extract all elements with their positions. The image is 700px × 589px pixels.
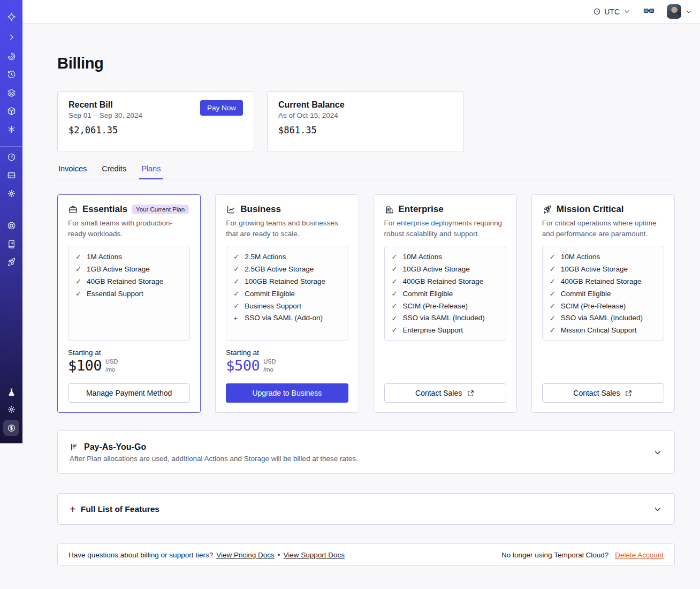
feature-item: ✓1GB Active Storage — [75, 266, 186, 274]
page-title: Billing — [57, 55, 675, 72]
feature-item: ✓Enterprise Support — [392, 327, 503, 335]
chevron-down-icon — [685, 8, 693, 16]
check-icon: ✓ — [392, 315, 398, 322]
accordion-title: Full List of Features — [81, 504, 159, 514]
feature-text: 10M Actions — [403, 253, 443, 261]
labs-icon[interactable] — [6, 387, 17, 397]
summary-row: Recent Bill Sep 01 – Sep 30, 2024 Pay No… — [57, 91, 675, 152]
payg-chart-icon — [70, 442, 79, 452]
contact-sales-button[interactable]: Contact Sales — [542, 383, 664, 403]
feature-item: ✓SSO via SAML (Included) — [550, 314, 660, 322]
recent-bill-card: Recent Bill Sep 01 – Sep 30, 2024 Pay No… — [57, 91, 254, 152]
feature-text: Business Support — [245, 303, 301, 311]
sidebar — [0, 0, 22, 443]
feature-text: Commit Eligible — [403, 290, 453, 298]
contact-sales-label: Contact Sales — [573, 389, 620, 397]
clock-icon — [593, 7, 601, 16]
support-icon[interactable] — [6, 220, 17, 231]
feature-item: ✓SSO via SAML (Included) — [392, 314, 503, 322]
feature-text: 1M Actions — [87, 253, 122, 261]
check-icon: ✓ — [550, 278, 556, 285]
settings-icon[interactable] — [6, 188, 17, 199]
feature-text: 10GB Active Storage — [403, 266, 470, 274]
usage-icon[interactable] — [6, 152, 17, 162]
plan-card-essentials: Essentials Your Current Plan For small t… — [57, 194, 201, 413]
workers-icon[interactable] — [6, 105, 17, 116]
check-icon: ✓ — [392, 253, 398, 261]
feature-item: ✓Commit Eligible — [392, 290, 503, 298]
feature-item: ✓400GB Retained Storage — [550, 278, 660, 286]
timezone-selector[interactable]: UTC — [593, 7, 631, 16]
chevron-down-icon[interactable] — [653, 504, 663, 514]
tab-credits[interactable]: Credits — [101, 164, 127, 179]
check-icon: ✓ — [550, 327, 556, 334]
docs-icon[interactable] — [6, 238, 17, 249]
feature-item: ✓1M Actions — [75, 253, 186, 261]
theme-icon[interactable] — [6, 404, 17, 414]
feature-text: Commit Eligible — [561, 290, 611, 298]
temporal-logo-icon[interactable] — [6, 11, 17, 22]
chevron-right-icon[interactable] — [6, 32, 17, 42]
deployments-icon[interactable] — [6, 87, 17, 98]
check-icon: ✓ — [550, 253, 556, 261]
feature-item: ✓10M Actions — [392, 253, 503, 261]
getting-started-icon[interactable] — [6, 256, 17, 267]
feature-item: +SSO via SAML (Add-on) — [233, 314, 344, 322]
nexus-icon[interactable] — [6, 124, 17, 134]
feature-item: ✓SCIM (Pre-Release) — [392, 303, 503, 311]
feature-item: ✓100GB Retained Storage — [233, 278, 344, 286]
feature-box: ✓2.5M Actions✓2.5GB Active Storage✓100GB… — [226, 246, 348, 341]
namespaces-icon[interactable] — [6, 51, 17, 62]
contact-sales-label: Contact Sales — [415, 389, 462, 397]
plan-name: Essentials — [82, 204, 127, 215]
feature-text: SSO via SAML (Included) — [403, 314, 485, 322]
plan-card-enterprise: Enterprise For enterprise deployments re… — [374, 194, 517, 413]
billing-dollar-icon[interactable] — [3, 420, 19, 436]
feature-text: 400GB Retained Storage — [403, 278, 484, 286]
sidebar-divider — [0, 146, 22, 147]
check-icon: ✓ — [392, 290, 398, 298]
feature-text: 10M Actions — [561, 253, 600, 261]
plan-card-business: Business For growing teams and businesse… — [215, 194, 359, 413]
current-balance-amount: $861.35 — [278, 125, 453, 135]
view-pricing-docs-link[interactable]: View Pricing Docs — [216, 551, 275, 559]
account-menu[interactable] — [667, 4, 693, 19]
pay-now-button[interactable]: Pay Now — [200, 100, 243, 116]
check-icon: ✓ — [550, 303, 556, 310]
feature-item: ✓Commit Eligible — [233, 290, 344, 298]
glasses-icon[interactable] — [643, 5, 655, 18]
plan-name: Enterprise — [399, 204, 444, 215]
recent-bill-title: Recent Bill — [69, 100, 142, 110]
check-icon: ✓ — [75, 253, 82, 261]
current-plan-badge: Your Current Plan — [132, 205, 189, 214]
schedules-icon[interactable] — [6, 69, 17, 80]
tab-invoices[interactable]: Invoices — [57, 164, 88, 179]
feature-item: ✓10GB Active Storage — [550, 266, 660, 274]
feature-item: ✓40GB Retained Storage — [75, 278, 186, 286]
external-link-icon — [467, 389, 475, 397]
full-feature-list-accordion[interactable]: + Full List of Features — [57, 493, 675, 525]
avatar — [667, 4, 681, 19]
billing-tabs: Invoices Credits Plans — [57, 164, 675, 179]
check-icon: ✓ — [233, 266, 240, 273]
manage-payment-method-button[interactable]: Manage Payment Method — [68, 383, 190, 403]
feature-text: 1GB Active Storage — [87, 266, 150, 274]
check-icon: ✓ — [392, 278, 398, 285]
footer-separator: • — [278, 551, 280, 559]
footer-question: Have questions about billing or support … — [69, 551, 213, 559]
plan-description: For enterprise deployments requiring rob… — [384, 218, 506, 239]
upgrade-to-business-button[interactable]: Upgrade to Business — [226, 383, 348, 403]
tab-plans[interactable]: Plans — [140, 164, 162, 179]
billing-card-icon[interactable] — [6, 170, 17, 180]
feature-text: Commit Eligible — [245, 290, 295, 298]
pay-as-you-go-accordion[interactable]: Pay-As-You-Go After Plan allocations are… — [57, 431, 675, 474]
feature-text: SSO via SAML (Add-on) — [245, 314, 323, 322]
plan-currency: USD — [263, 358, 276, 365]
feature-box: ✓10M Actions✓10GB Active Storage✓400GB R… — [384, 246, 506, 341]
view-support-docs-link[interactable]: View Support Docs — [283, 551, 345, 559]
contact-sales-button[interactable]: Contact Sales — [384, 383, 506, 403]
accordion-subtitle: After Plan allocations are used, additio… — [70, 455, 358, 463]
delete-account-link[interactable]: Delete Account — [615, 551, 664, 559]
check-icon: ✓ — [75, 290, 82, 298]
chevron-down-icon[interactable] — [653, 448, 663, 457]
